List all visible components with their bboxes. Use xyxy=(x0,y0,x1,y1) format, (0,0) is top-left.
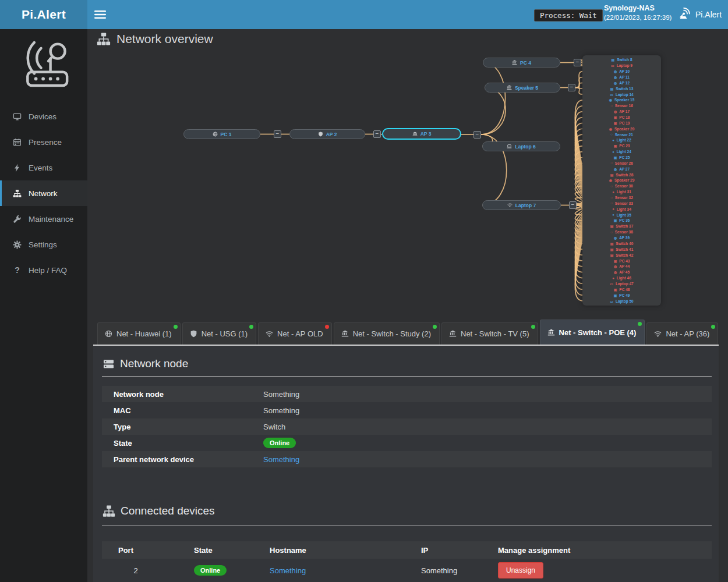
device-leaf[interactable]: ◍AP 10 xyxy=(582,69,661,74)
device-leaf[interactable]: ◉Speaker 15 xyxy=(582,97,661,103)
device-leaf[interactable]: ●Light 34 xyxy=(582,206,661,212)
device-leaf[interactable]: ▤Switch 28 xyxy=(582,172,661,178)
device-leaf[interactable]: ▭Laptop 50 xyxy=(582,298,661,304)
sidebar-item-events[interactable]: Events xyxy=(0,155,87,180)
collapse-toggle[interactable]: − xyxy=(274,130,281,138)
unassign-button[interactable]: Unassign xyxy=(498,562,543,579)
device-leaf[interactable]: ◌Sensor 38 xyxy=(582,229,661,235)
device-leaf[interactable]: ▤Switch 42 xyxy=(582,252,661,258)
device-leaf-label: Sensor 21 xyxy=(615,133,633,137)
collapse-toggle[interactable]: − xyxy=(373,130,381,138)
device-leaf[interactable]: ▤Switch 13 xyxy=(582,86,661,91)
device-column: ▤Switch 8▭Laptop 9◍AP 10◍AP 11◍AP 12▤Swi… xyxy=(582,55,661,306)
tab-net-switch-study[interactable]: Net - Switch - Study (2) xyxy=(334,322,440,345)
device-leaf[interactable]: ◍AP 45 xyxy=(582,269,661,275)
table-header-row: Port State Hostname IP Manage assignment xyxy=(102,541,712,559)
device-leaf[interactable]: ◌Sensor 21 xyxy=(582,132,661,137)
device-leaf[interactable]: ▭Laptop 9 xyxy=(582,63,661,69)
device-leaf[interactable]: ◉Speaker 20 xyxy=(582,126,661,132)
diagram-node-ap2[interactable]: AP 2 xyxy=(289,129,365,139)
device-leaf[interactable]: ▤Switch 41 xyxy=(582,246,661,252)
device-leaf[interactable]: ◌Sensor 32 xyxy=(582,195,661,201)
switch-icon: ▤ xyxy=(610,247,614,251)
device-leaf[interactable]: ●Light 24 xyxy=(582,149,661,155)
sensor-icon: ◌ xyxy=(610,184,613,188)
hostname-link[interactable]: Something xyxy=(270,566,421,575)
sidebar-item-settings[interactable]: Settings xyxy=(0,232,87,257)
collapse-toggle[interactable]: − xyxy=(568,84,575,91)
diagram-node-speaker5[interactable]: Speaker 5 xyxy=(485,83,560,93)
tab-net-switch-poe-active[interactable]: Net - Switch - POE (4) xyxy=(540,320,645,345)
sidebar-item-presence[interactable]: Presence xyxy=(0,129,87,155)
ap-icon: ◍ xyxy=(614,236,617,240)
tab-net-huawei[interactable]: Net - Huawei (1) xyxy=(97,322,181,345)
light-icon: ● xyxy=(612,207,614,211)
device-leaf[interactable]: ●Light 46 xyxy=(582,275,661,281)
laptop-icon: ▭ xyxy=(611,63,614,68)
collapse-toggle[interactable]: − xyxy=(569,201,577,209)
device-leaf[interactable]: ◌Sensor 26 xyxy=(582,160,661,166)
device-leaf[interactable]: ▣PC 36 xyxy=(582,218,661,223)
device-leaf[interactable]: ▭Laptop 47 xyxy=(582,281,661,287)
device-leaf[interactable]: ▣PC 49 xyxy=(582,292,661,298)
menu-toggle-button[interactable] xyxy=(94,10,106,22)
device-leaf[interactable]: ▣PC 19 xyxy=(582,120,661,126)
diagram-node-pc4[interactable]: PC 4 xyxy=(483,58,560,68)
diagram-node-laptop7[interactable]: Laptop 7 xyxy=(482,200,561,210)
device-leaf[interactable]: ▤Switch 8 xyxy=(582,57,661,63)
tab-label: Net - AP OLD xyxy=(277,329,323,338)
collapse-toggle[interactable]: − xyxy=(574,59,581,66)
device-leaf-label: Speaker 20 xyxy=(614,127,634,131)
tab-net-switch-tv[interactable]: Net - Switch - TV (5) xyxy=(441,322,538,345)
table-row: Parent network device Something xyxy=(102,451,712,467)
diagram-node-ap3-selected[interactable]: AP 3 xyxy=(382,128,461,140)
row-label: Type xyxy=(114,423,263,431)
device-leaf[interactable]: ●Light 35 xyxy=(582,212,661,218)
diagram-node-laptop6[interactable]: Laptop 6 xyxy=(482,141,560,151)
row-value: Something xyxy=(263,390,299,399)
device-leaf[interactable]: ◍AP 44 xyxy=(582,264,661,269)
device-leaf[interactable]: ◉Speaker 29 xyxy=(582,178,661,183)
device-leaf[interactable]: ◍AP 17 xyxy=(582,109,661,115)
sidebar-item-maintenance[interactable]: Maintenance xyxy=(0,206,87,232)
device-leaf-label: PC 23 xyxy=(619,144,630,148)
page-title: Network overview xyxy=(97,32,213,46)
header-app-brand[interactable]: Pi.Alert xyxy=(676,0,722,29)
device-leaf[interactable]: ◍AP 39 xyxy=(582,235,661,241)
page-title-text: Network overview xyxy=(116,32,213,46)
tab-net-ap[interactable]: Net - AP (36) xyxy=(646,322,718,345)
diagram-node-pc1[interactable]: PC 1 xyxy=(183,129,260,139)
sidebar-item-help[interactable]: ? Help / FAQ xyxy=(0,257,87,283)
host-name: Synology-NAS xyxy=(604,4,672,12)
bank-icon xyxy=(547,329,555,336)
sidebar-item-network[interactable]: Network xyxy=(0,180,87,206)
device-leaf[interactable]: ◍AP 27 xyxy=(582,166,661,172)
laptop-icon: ▭ xyxy=(610,299,613,303)
device-leaf[interactable]: ▣PC 18 xyxy=(582,115,661,120)
tab-label: Net - Switch - POE (4) xyxy=(559,328,637,337)
device-leaf-label: PC 49 xyxy=(619,293,630,297)
tab-net-usg[interactable]: Net - USG (1) xyxy=(182,322,256,345)
device-leaf[interactable]: ◍AP 12 xyxy=(582,80,661,86)
device-leaf[interactable]: ▣PC 48 xyxy=(582,286,661,292)
sidebar-item-label: Maintenance xyxy=(29,215,73,223)
device-leaf[interactable]: ◌Sensor 30 xyxy=(582,183,661,189)
device-leaf[interactable]: ▤Switch 37 xyxy=(582,223,661,229)
device-leaf[interactable]: ◌Sensor 33 xyxy=(582,200,661,206)
tab-net-ap-old[interactable]: Net - AP OLD xyxy=(258,322,332,345)
device-leaf[interactable]: ▣PC 23 xyxy=(582,143,661,149)
switch-icon: ▤ xyxy=(611,58,614,62)
device-leaf[interactable]: ●Light 22 xyxy=(582,137,661,143)
device-leaf[interactable]: ▣PC 43 xyxy=(582,258,661,264)
brand-logo[interactable]: Pi.Alert xyxy=(0,0,87,29)
device-leaf[interactable]: ▣PC 25 xyxy=(582,155,661,161)
device-leaf[interactable]: ◌Sensor 16 xyxy=(582,103,661,109)
device-leaf[interactable]: ▤Switch 40 xyxy=(582,241,661,247)
collapse-toggle[interactable]: − xyxy=(473,131,481,139)
device-leaf[interactable]: ◍AP 11 xyxy=(582,74,661,80)
sidebar-item-devices[interactable]: Devices xyxy=(0,104,87,129)
device-leaf[interactable]: ●Light 31 xyxy=(582,189,661,195)
device-leaf[interactable]: ▭Laptop 14 xyxy=(582,91,661,97)
parent-device-link[interactable]: Something xyxy=(263,455,299,464)
sensor-icon: ◌ xyxy=(610,201,613,205)
